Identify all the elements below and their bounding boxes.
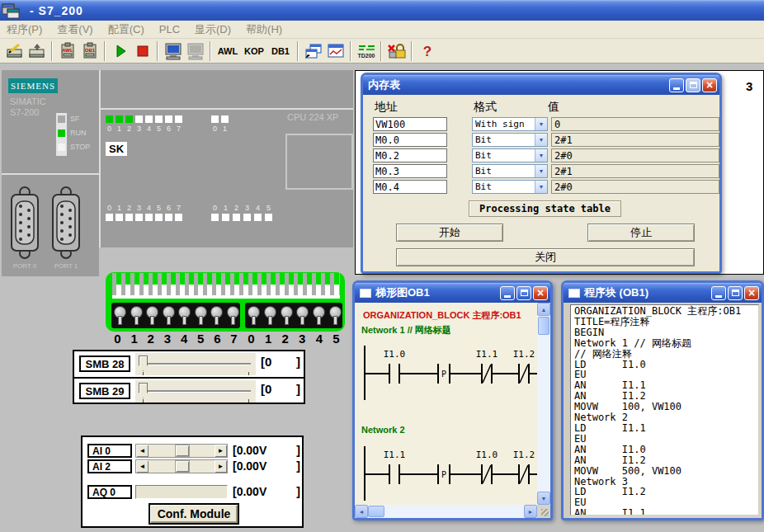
scrollbar-track[interactable]	[149, 445, 215, 457]
processing-state-label: Processing state table	[469, 200, 621, 217]
smb-slider[interactable]	[135, 380, 256, 403]
code-line: MOVW 500, VW100	[574, 466, 758, 477]
chart-window-button[interactable]	[324, 40, 347, 62]
toggle-switch-0[interactable]	[113, 305, 125, 327]
bracket-close: ]	[296, 355, 300, 369]
menu-item[interactable]: 帮助(H)	[246, 22, 282, 37]
toggle-switch-2[interactable]	[145, 305, 158, 327]
scroll-left-button[interactable]: ◄	[355, 505, 368, 518]
address-input[interactable]	[373, 180, 447, 194]
io-led	[175, 115, 182, 123]
dropdown-arrow-icon[interactable]: ▼	[535, 134, 547, 146]
stop-button[interactable]: 停止	[587, 224, 695, 242]
smb-label: SMB 29	[79, 383, 130, 399]
program-window-titlebar[interactable]: 程序块 (OB1) ×	[564, 283, 762, 303]
ladder-editor[interactable]: ORGANIZATION_BLOCK 主程序:OB1 Network 1 // …	[355, 303, 537, 505]
scrollbar-thumb[interactable]	[368, 506, 384, 517]
menu-item[interactable]: 显示(D)	[195, 22, 231, 37]
scroll-left-button[interactable]: ◄	[136, 460, 149, 473]
toggle-switch-4[interactable]	[312, 305, 324, 327]
ladder-window-minimize-button[interactable]	[500, 286, 515, 300]
awl-view-button[interactable]: AWL	[215, 41, 241, 61]
format-dropdown[interactable]: Bit▼	[472, 133, 548, 147]
toggle-switch-5[interactable]	[194, 305, 206, 327]
smb-slider[interactable]	[135, 353, 256, 375]
run-button[interactable]	[109, 40, 131, 62]
address-input[interactable]	[373, 164, 447, 178]
program-window-minimize-button[interactable]	[711, 286, 726, 300]
analog-input-scrollbar[interactable]: ◄►	[135, 444, 228, 458]
scroll-up-button[interactable]: ▲	[537, 303, 550, 316]
format-dropdown[interactable]: With sign▼	[472, 117, 548, 131]
toggle-switch-2[interactable]	[280, 305, 292, 327]
ladder-window-maximize-button[interactable]	[516, 286, 531, 300]
address-input[interactable]	[373, 133, 447, 147]
format-dropdown[interactable]: Bit▼	[472, 180, 548, 194]
open-program-button[interactable]	[3, 40, 26, 62]
memory-window-minimize-button[interactable]	[669, 78, 684, 92]
dropdown-arrow-icon[interactable]: ▼	[535, 165, 547, 177]
scroll-left-button[interactable]: ◄	[136, 445, 149, 457]
scrollbar-track[interactable]	[149, 460, 215, 473]
start-button[interactable]: 开始	[396, 224, 503, 242]
vertical-scrollbar[interactable]: ▲ ▼	[537, 303, 550, 505]
scrollbar-thumb[interactable]	[175, 460, 190, 473]
scroll-right-button[interactable]: ►	[215, 460, 227, 473]
monitor-off-button[interactable]	[184, 40, 206, 62]
main-titlebar[interactable]: - S7_200	[0, 0, 764, 21]
scrollbar-thumb[interactable]	[175, 445, 190, 457]
view-ob1-button[interactable]: OB1	[78, 40, 101, 62]
scroll-right-button[interactable]: ►	[215, 445, 227, 457]
menu-item[interactable]: 查看(V)	[57, 22, 92, 37]
horizontal-scrollbar[interactable]: ◄ ►	[355, 505, 537, 518]
stl-code-editor[interactable]: ORGANIZATION_BLOCK 主程序:OB1TITLE=程序注释BEGI…	[570, 304, 759, 516]
help-button[interactable]: ?	[416, 40, 438, 62]
menu-item[interactable]: 程序(P)	[7, 22, 42, 37]
format-dropdown[interactable]: Bit▼	[472, 164, 548, 178]
toggle-switch-6[interactable]	[210, 305, 222, 327]
program-window-maximize-button[interactable]	[728, 286, 743, 300]
column-header-format: 格式	[474, 100, 497, 115]
toggle-switch-5[interactable]	[328, 305, 341, 327]
program-window-close-button[interactable]: ×	[744, 286, 759, 300]
address-input[interactable]	[373, 148, 447, 162]
ladder-window-titlebar[interactable]: 梯形图OB1 ×	[355, 283, 550, 303]
conf-module-button[interactable]: Conf. Module	[149, 503, 239, 525]
menu-item[interactable]: 配置(C)	[108, 22, 144, 37]
toggle-switch-0[interactable]	[247, 305, 259, 327]
slider-thumb[interactable]	[139, 383, 148, 398]
save-program-button[interactable]	[26, 40, 48, 62]
scrollbar-thumb[interactable]	[538, 317, 549, 335]
toggle-switch-3[interactable]	[162, 305, 174, 327]
memory-window-close-button[interactable]: ×	[702, 78, 717, 92]
scroll-down-button[interactable]: ▼	[537, 492, 550, 505]
lock-button[interactable]	[385, 40, 408, 62]
dropdown-arrow-icon[interactable]: ▼	[535, 149, 547, 162]
kop-view-button[interactable]: KOP	[241, 41, 267, 61]
format-dropdown[interactable]: Bit▼	[472, 148, 548, 162]
db1-view-button[interactable]: DB1	[267, 41, 294, 61]
address-input[interactable]	[373, 117, 447, 131]
close-table-button[interactable]: 关闭	[396, 248, 695, 266]
toggle-switch-1[interactable]	[130, 305, 142, 327]
menu-item[interactable]: PLC	[159, 23, 180, 35]
slider-thumb[interactable]	[139, 355, 148, 371]
cascade-windows-button[interactable]	[302, 40, 324, 62]
analog-input-scrollbar[interactable]: ◄►	[135, 459, 228, 473]
toggle-switch-3[interactable]	[295, 305, 308, 327]
io-led-label: 3	[242, 204, 252, 212]
dropdown-arrow-icon[interactable]: ▼	[535, 118, 547, 130]
resize-grip[interactable]	[537, 505, 550, 518]
stop-button[interactable]	[131, 40, 153, 62]
view-awl-button[interactable]: AWL	[56, 40, 78, 62]
memory-window-titlebar[interactable]: 内存表 ×	[363, 75, 719, 95]
toggle-switch-1[interactable]	[263, 305, 276, 327]
toggle-switch-4[interactable]	[177, 305, 190, 327]
monitor-on-button[interactable]	[162, 40, 184, 62]
dropdown-arrow-icon[interactable]: ▼	[535, 181, 547, 193]
toggle-switch-7[interactable]	[226, 305, 238, 327]
td200-button[interactable]: TD200	[355, 40, 377, 62]
ladder-window-close-button[interactable]: ×	[533, 286, 548, 300]
memory-window-maximize-button[interactable]	[686, 78, 700, 92]
scroll-right-button[interactable]: ►	[524, 505, 537, 518]
